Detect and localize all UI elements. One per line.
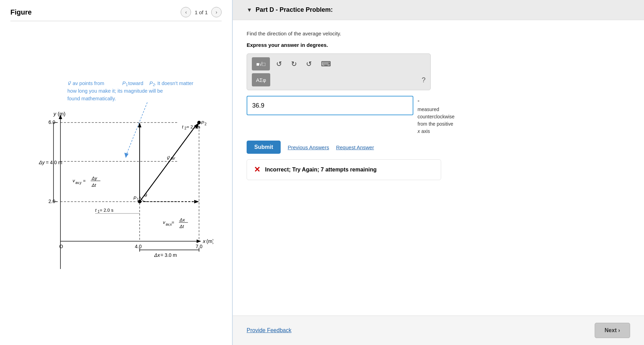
keyboard-button[interactable]: ⌨ xyxy=(318,58,334,69)
svg-text:= 3.0 m: = 3.0 m xyxy=(160,252,177,258)
answer-label: ° measured counterclockwise from the pos… xyxy=(418,96,455,135)
undo-button[interactable]: ↺ xyxy=(273,58,285,69)
part-title: Part D - Practice Problem: xyxy=(256,6,333,14)
refresh-button[interactable]: ↺ xyxy=(303,58,315,69)
error-icon: ✕ xyxy=(254,165,260,174)
svg-text:P: P xyxy=(149,81,153,86)
svg-text:Δy: Δy xyxy=(39,160,45,165)
toolbar-row-2: AΣφ ? xyxy=(252,73,426,86)
svg-line-63 xyxy=(140,125,196,202)
math-input-button[interactable]: ■√□ xyxy=(252,57,270,70)
svg-text:t: t xyxy=(182,124,184,129)
figure-prev-button[interactable]: ‹ xyxy=(181,7,191,17)
figure-image-area: v⃗ av points from P 1 toward P 2 . It do… xyxy=(10,26,222,338)
figure-nav: ‹ 1 of 1 › xyxy=(181,7,222,17)
part-header: ▼ Part D - Practice Problem: xyxy=(233,0,644,20)
svg-text:1: 1 xyxy=(126,83,128,87)
svg-text:2: 2 xyxy=(205,122,207,126)
right-content: Find the direction of the average veloci… xyxy=(233,20,644,315)
figure-header: Figure ‹ 1 of 1 › xyxy=(10,7,222,17)
error-text: Incorrect; Try Again; 7 attempts remaini… xyxy=(265,167,377,173)
answer-input[interactable] xyxy=(247,96,413,115)
svg-text:toward: toward xyxy=(128,81,143,86)
svg-text:2.0: 2.0 xyxy=(49,199,56,204)
svg-text:P: P xyxy=(201,120,204,125)
svg-text:v⃗: v⃗ xyxy=(67,80,71,86)
toolbar-row-1: ■√□ ↺ ↻ ↺ ⌨ xyxy=(252,57,426,70)
diagram-svg: v⃗ av points from P 1 toward P 2 . It do… xyxy=(19,75,213,290)
svg-text:x: x xyxy=(203,238,206,244)
x-axis-text: x axis xyxy=(418,128,455,135)
svg-text:4.0: 4.0 xyxy=(135,244,142,249)
help-icon[interactable]: ? xyxy=(422,76,426,84)
error-box: ✕ Incorrect; Try Again; 7 attempts remai… xyxy=(247,159,441,180)
svg-text:6.0: 6.0 xyxy=(49,119,56,125)
svg-text:θ: θ xyxy=(145,193,147,198)
figure-divider xyxy=(10,21,222,21)
math-icon: ■√□ xyxy=(256,61,265,67)
figure-title: Figure xyxy=(10,8,32,16)
svg-text:av,x: av,x xyxy=(166,222,172,226)
problem-description: Find the direction of the average veloci… xyxy=(247,31,630,36)
svg-marker-62 xyxy=(194,200,199,203)
svg-text:av,y: av,y xyxy=(75,181,82,185)
provide-feedback-button[interactable]: Provide Feedback xyxy=(247,327,291,334)
svg-text:Δy: Δy xyxy=(91,176,98,181)
previous-answers-link[interactable]: Previous Answers xyxy=(288,144,329,150)
svg-text:Δx: Δx xyxy=(179,217,185,222)
svg-text:Δt: Δt xyxy=(91,183,97,188)
figure-next-button[interactable]: › xyxy=(211,7,222,17)
svg-text:how long you make it; its magn: how long you make it; its magnitude will… xyxy=(67,88,163,94)
answer-area: ° measured counterclockwise from the pos… xyxy=(247,96,630,135)
part-collapse-arrow[interactable]: ▼ xyxy=(247,7,252,13)
svg-text:(m): (m) xyxy=(58,111,66,117)
counterclockwise-text: counterclockwise xyxy=(418,113,455,120)
svg-point-71 xyxy=(197,121,201,124)
svg-text:P: P xyxy=(122,81,126,86)
submit-button[interactable]: Submit xyxy=(247,141,281,154)
measured-text: measured xyxy=(418,106,455,113)
math-toolbar: ■√□ ↺ ↻ ↺ ⌨ AΣφ ? xyxy=(247,53,431,90)
action-row: Submit Previous Answers Request Answer xyxy=(247,141,630,154)
svg-text:Δx: Δx xyxy=(154,252,160,258)
svg-text:P: P xyxy=(133,195,137,201)
next-button[interactable]: Next › xyxy=(595,323,630,338)
svg-text:found mathematically.: found mathematically. xyxy=(67,96,116,101)
svg-text:. It doesn't matter: . It doesn't matter xyxy=(155,81,193,86)
figure-count: 1 of 1 xyxy=(195,9,208,15)
svg-text:(m): (m) xyxy=(206,238,213,244)
svg-text:y: y xyxy=(53,111,57,117)
request-answer-link[interactable]: Request Answer xyxy=(336,144,374,150)
svg-marker-11 xyxy=(124,153,129,158)
problem-instruction: Express your answer in degrees. xyxy=(247,42,630,48)
svg-text:t: t xyxy=(95,208,97,213)
svg-text:=: = xyxy=(83,178,86,183)
svg-text:av: av xyxy=(171,156,175,161)
right-panel: ▼ Part D - Practice Problem: Find the di… xyxy=(233,0,644,345)
svg-text:1: 1 xyxy=(137,197,139,201)
left-panel: Figure ‹ 1 of 1 › v⃗ av points from P 1 … xyxy=(0,0,233,345)
svg-text:v: v xyxy=(73,178,75,183)
redo-button[interactable]: ↻ xyxy=(288,58,300,69)
sigma-button[interactable]: AΣφ xyxy=(252,73,270,86)
svg-text:O: O xyxy=(59,244,63,249)
svg-text:= 4.0 m: = 4.0 m xyxy=(46,160,62,165)
svg-marker-60 xyxy=(138,123,141,127)
svg-text:=: = xyxy=(172,220,174,225)
from-positive-text: from the positive xyxy=(418,120,455,128)
degree-symbol: ° xyxy=(418,99,455,106)
svg-text:v: v xyxy=(163,220,166,225)
svg-text:v⃗: v⃗ xyxy=(166,155,170,161)
next-label: Next › xyxy=(605,327,620,334)
svg-text:Δt: Δt xyxy=(179,224,184,229)
svg-line-10 xyxy=(126,102,147,154)
svg-text:= 2.0 s: = 2.0 s xyxy=(100,208,114,213)
svg-text:av points from: av points from xyxy=(73,81,104,86)
bottom-bar: Provide Feedback Next › xyxy=(233,315,644,345)
